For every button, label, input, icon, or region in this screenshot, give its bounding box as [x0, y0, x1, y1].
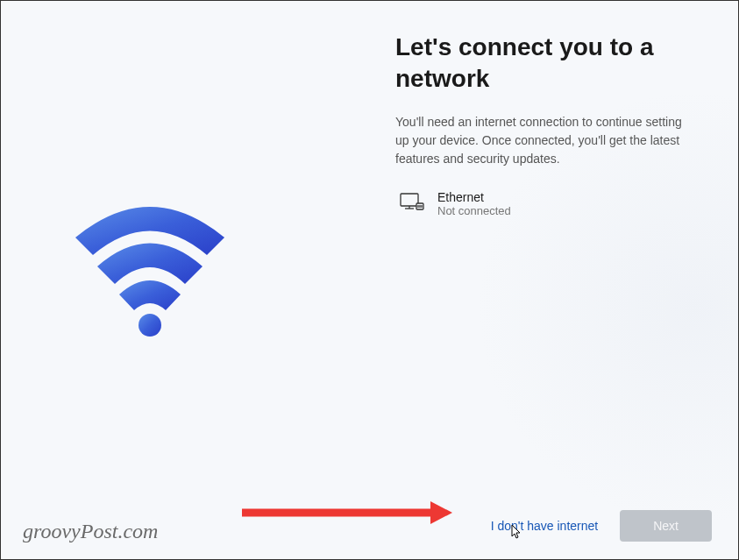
- cursor-icon: [511, 524, 523, 543]
- svg-point-0: [139, 314, 161, 337]
- network-item-ethernet[interactable]: Ethernet Not connected: [395, 190, 686, 217]
- next-button[interactable]: Next: [620, 510, 712, 542]
- page-title: Let's connect you to a network: [395, 32, 686, 96]
- network-status: Not connected: [437, 204, 511, 217]
- wifi-icon: [62, 198, 238, 342]
- illustration-panel: [1, 1, 395, 559]
- watermark-text: groovyPost.com: [23, 520, 158, 543]
- annotation-arrow: [242, 500, 452, 529]
- skip-internet-link[interactable]: I don't have internet: [491, 519, 599, 533]
- main-container: Let's connect you to a network You'll ne…: [1, 1, 738, 559]
- content-panel: Let's connect you to a network You'll ne…: [395, 1, 738, 559]
- footer-actions: I don't have internet Next: [491, 510, 712, 542]
- svg-rect-1: [401, 194, 418, 206]
- svg-marker-9: [430, 501, 452, 524]
- ethernet-icon: [400, 191, 424, 216]
- network-name: Ethernet: [437, 190, 511, 204]
- page-subtitle: You'll need an internet connection to co…: [395, 113, 686, 168]
- network-info: Ethernet Not connected: [437, 190, 511, 217]
